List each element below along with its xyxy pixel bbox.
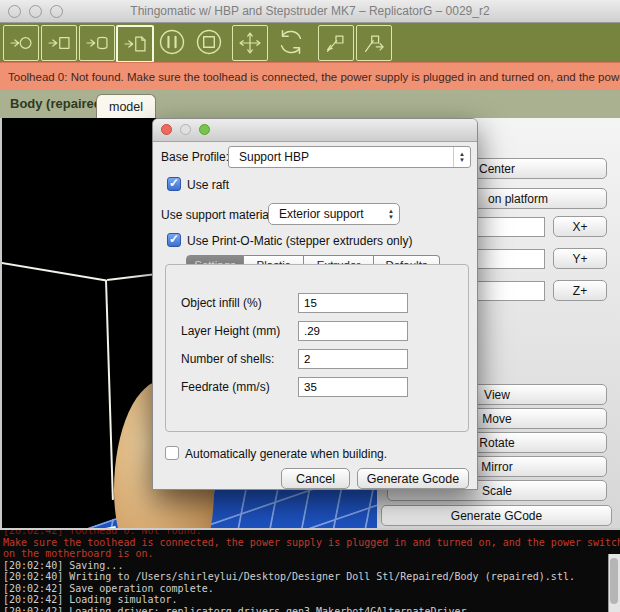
toolhead-warning-bar: Toolhead 0: Not found. Make sure the too… — [0, 62, 620, 90]
window-title: Thingomatic w/ HBP and Stepstruder MK7 –… — [0, 4, 620, 18]
connect-icon[interactable] — [318, 25, 354, 61]
console-log[interactable]: [20:02:42] Toolhead 0: Not found. Make s… — [0, 530, 620, 612]
generate-gcode-button[interactable]: Generate GCode — [381, 505, 612, 526]
build-volume-edge — [2, 262, 107, 281]
rotate-icon[interactable] — [274, 25, 308, 59]
x-plus-button[interactable]: X+ — [553, 216, 607, 237]
generate-gcode-dialog-button[interactable]: Generate Gcode — [357, 468, 469, 489]
support-material-label: Use support material — [161, 208, 272, 222]
disconnect-icon[interactable] — [356, 25, 392, 61]
feedrate-label: Feedrate (mm/s) — [181, 380, 270, 394]
feedrate-input[interactable] — [298, 377, 408, 397]
stepper-arrows-icon: ▲▼ — [383, 204, 399, 224]
z-plus-button[interactable]: Z+ — [553, 280, 607, 301]
number-of-shells-label: Number of shells: — [181, 352, 274, 366]
y-plus-button[interactable]: Y+ — [553, 248, 607, 269]
console-line: [20:02:42] Loading driver: replicatorg.d… — [3, 606, 620, 612]
console-line: [20:02:40] Writing to /Users/shirleylui/… — [3, 571, 620, 583]
dialog-zoom-icon[interactable] — [199, 124, 210, 135]
object-infill-input[interactable] — [298, 293, 408, 313]
layer-height-input[interactable] — [298, 321, 408, 341]
base-profile-label: Base Profile: — [161, 150, 229, 164]
tab-body-repaired[interactable]: Body (repaired) — [10, 96, 106, 111]
print-o-matic-label: Use Print-O-Matic (stepper extruders onl… — [187, 234, 412, 248]
base-profile-value: Support HBP — [229, 150, 453, 164]
tab-model[interactable]: model — [96, 94, 156, 119]
auto-generate-checkbox[interactable] — [165, 446, 179, 460]
layer-height-label: Layer Height (mm) — [181, 324, 280, 338]
cancel-button[interactable]: Cancel — [281, 468, 350, 489]
console-line: on the motherboard is on. — [3, 548, 620, 560]
replicatorg-window: Thingomatic w/ HBP and Stepstruder MK7 –… — [0, 0, 620, 612]
console-line: [20:02:42] Save operation complete. — [3, 583, 620, 595]
use-raft-label: Use raft — [187, 178, 229, 192]
stop-icon[interactable] — [192, 25, 226, 59]
auto-generate-label: Automatically generate when building. — [185, 447, 387, 461]
build-volume-edge — [105, 280, 114, 500]
object-infill-label: Object infill (%) — [181, 296, 262, 310]
gcode-generator-dialog: Base Profile: Support HBP ▲▼ Use raft Us… — [152, 118, 478, 490]
window-titlebar: Thingomatic w/ HBP and Stepstruder MK7 –… — [0, 0, 620, 23]
console-line: [20:02:42] Loading simulator. — [3, 594, 620, 606]
stepper-arrows-icon: ▲▼ — [453, 147, 470, 167]
print-o-matic-checkbox[interactable] — [167, 233, 181, 247]
number-of-shells-input[interactable] — [298, 349, 408, 369]
support-material-select[interactable]: Exterior support ▲▼ — [268, 203, 400, 225]
console-scrollbar[interactable] — [608, 554, 620, 612]
base-profile-select[interactable]: Support HBP ▲▼ — [228, 146, 471, 168]
console-line: Make sure the toolhead is connected, the… — [3, 537, 620, 549]
build-icon[interactable] — [79, 25, 115, 61]
jog-icon[interactable] — [232, 25, 268, 61]
settings-group-box — [165, 264, 469, 432]
use-raft-checkbox[interactable] — [167, 177, 181, 191]
main-toolbar — [0, 23, 620, 62]
dialog-close-icon[interactable] — [161, 124, 172, 135]
build-volume-edge — [107, 273, 155, 281]
support-material-value: Exterior support — [269, 207, 383, 221]
model-tab-bar: Body (repaired) model — [0, 90, 620, 118]
dialog-titlebar — [153, 119, 477, 142]
generate-gcode-icon[interactable] — [3, 25, 39, 61]
simulate-icon[interactable] — [41, 25, 77, 61]
build-to-file-icon[interactable] — [116, 25, 154, 63]
console-scrollbar-thumb[interactable] — [610, 558, 618, 604]
console-line: [20:02:40] Saving... — [3, 560, 620, 572]
pause-icon[interactable] — [155, 25, 189, 59]
dialog-minimize-icon — [180, 124, 191, 135]
main-area: Center on platform X+ Y+ Z+ View Move Ro… — [0, 118, 620, 530]
